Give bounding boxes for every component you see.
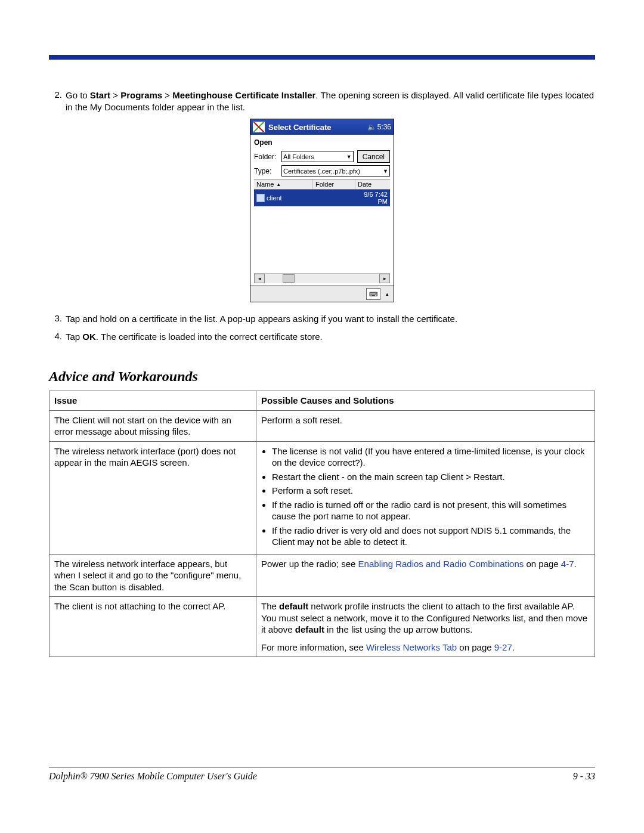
solution-para-2: For more information, see Wireless Netwo… xyxy=(261,642,590,654)
path-start: Start xyxy=(90,90,110,100)
page-footer: Dolphin® 7900 Series Mobile Computer Use… xyxy=(49,767,595,782)
sep: > xyxy=(162,90,172,100)
scroll-grip[interactable] xyxy=(283,274,295,283)
sep: > xyxy=(110,90,120,100)
table-row: The Client will not start on the device … xyxy=(49,410,595,441)
grid-row-client[interactable]: client 9/6 7:42 PM xyxy=(254,190,390,206)
scroll-right-icon[interactable]: ▸ xyxy=(379,274,390,283)
text: The xyxy=(261,601,279,611)
th-issue: Issue xyxy=(49,391,256,411)
bold-default: default xyxy=(279,601,308,611)
header-rule xyxy=(49,55,595,60)
link-enabling-radios[interactable]: Enabling Radios and Radio Combinations xyxy=(358,559,524,569)
cancel-button[interactable]: Cancel xyxy=(357,150,390,163)
row-folder xyxy=(312,190,354,206)
solution-cell: The default network profile instructs th… xyxy=(256,597,595,657)
text: . xyxy=(574,559,577,569)
row-date: 9/6 7:42 PM xyxy=(354,190,390,206)
open-label: Open xyxy=(254,138,390,147)
col-name-label: Name xyxy=(256,181,274,188)
section-heading: Advice and Workarounds xyxy=(49,368,595,385)
row-name: client xyxy=(267,194,282,202)
table-row: The wireless network interface appears, … xyxy=(49,554,595,597)
col-folder[interactable]: Folder xyxy=(313,179,355,189)
text: . xyxy=(512,642,515,652)
sort-asc-icon: ▲ xyxy=(276,182,281,187)
grid-body: client 9/6 7:42 PM xyxy=(254,190,390,273)
windows-flag-icon xyxy=(253,122,265,132)
table-header-row: Issue Possible Causes and Solutions xyxy=(49,391,595,411)
wm-footer: ⌨ ▴ xyxy=(250,286,394,302)
bold-default: default xyxy=(295,624,324,634)
step-3: 3. Tap and hold on a certificate in the … xyxy=(49,313,595,325)
solution-para-1: The default network profile instructs th… xyxy=(261,600,590,636)
menu-up-icon[interactable]: ▴ xyxy=(383,289,391,299)
step-body: Tap and hold on a certificate in the lis… xyxy=(66,313,595,325)
link-page-4-7[interactable]: 4-7 xyxy=(561,559,574,569)
folder-value: All Folders xyxy=(283,153,314,160)
link-page-9-27[interactable]: 9-27 xyxy=(494,642,512,652)
solution-cell: The license is not valid (If you have en… xyxy=(256,441,595,554)
type-value: Certificates (.cer;.p7b;.pfx) xyxy=(283,168,360,175)
wm-titlebar: Select Certificate 5:36 xyxy=(250,119,394,135)
col-date[interactable]: Date xyxy=(355,179,390,189)
step-2: 2. Go to Start > Programs > Meetinghouse… xyxy=(49,89,595,113)
chevron-down-icon: ▼ xyxy=(346,154,352,160)
text: on page xyxy=(457,642,494,652)
step-number: 4. xyxy=(49,331,62,343)
th-solutions: Possible Causes and Solutions xyxy=(256,391,595,411)
issues-table: Issue Possible Causes and Solutions The … xyxy=(49,391,595,657)
scroll-track[interactable] xyxy=(265,274,379,283)
issue-cell: The wireless network interface (port) do… xyxy=(49,441,256,554)
col-name[interactable]: Name ▲ xyxy=(254,179,313,189)
type-combo[interactable]: Certificates (.cer;.p7b;.pfx) ▼ xyxy=(281,165,390,176)
figure-select-certificate: Select Certificate 5:36 Open Folder: All… xyxy=(49,119,595,302)
speaker-icon xyxy=(367,123,377,131)
step-body: Tap OK. The certificate is loaded into t… xyxy=(66,331,595,343)
text: in the list using the up arrow buttons. xyxy=(324,624,472,634)
issue-cell: The client is not attaching to the corre… xyxy=(49,597,256,657)
list-item: Restart the client - on the main screen … xyxy=(272,471,590,483)
list-item: Perform a soft reset. xyxy=(272,485,590,497)
footer-title: Dolphin® 7900 Series Mobile Computer Use… xyxy=(49,771,257,782)
wm-title: Select Certificate xyxy=(268,123,367,132)
solution-list: The license is not valid (If you have en… xyxy=(261,445,590,548)
list-item: The license is not valid (If you have en… xyxy=(272,445,590,469)
step-number: 2. xyxy=(49,89,62,113)
type-row: Type: Certificates (.cer;.p7b;.pfx) ▼ xyxy=(254,165,390,176)
text: . The certificate is loaded into the cor… xyxy=(96,332,323,342)
horizontal-scrollbar[interactable]: ◂ ▸ xyxy=(254,273,390,283)
text: Tap xyxy=(66,332,82,342)
step-number: 3. xyxy=(49,313,62,325)
step-body: Go to Start > Programs > Meetinghouse Ce… xyxy=(66,89,595,113)
page-content: 2. Go to Start > Programs > Meetinghouse… xyxy=(49,55,595,657)
folder-row: Folder: All Folders ▼ Cancel xyxy=(254,150,390,163)
text: Power up the radio; see xyxy=(261,559,358,569)
list-item: If the radio is turned off or the radio … xyxy=(272,499,590,522)
text: Go to xyxy=(66,90,90,100)
type-label: Type: xyxy=(254,167,281,175)
scroll-left-icon[interactable]: ◂ xyxy=(254,274,265,283)
folder-combo[interactable]: All Folders ▼ xyxy=(281,151,354,162)
ok-bold: OK xyxy=(82,332,96,342)
wm-dialog: Select Certificate 5:36 Open Folder: All… xyxy=(250,119,394,302)
step-4: 4. Tap OK. The certificate is loaded int… xyxy=(49,331,595,343)
path-installer: Meetinghouse Certificate Installer xyxy=(172,90,315,100)
table-row: The wireless network interface (port) do… xyxy=(49,441,595,554)
solution-cell: Perform a soft reset. xyxy=(256,410,595,441)
keyboard-icon[interactable]: ⌨ xyxy=(366,288,380,300)
issue-cell: The wireless network interface appears, … xyxy=(49,554,256,597)
file-icon xyxy=(256,194,265,202)
link-wireless-networks-tab[interactable]: Wireless Networks Tab xyxy=(366,642,457,652)
footer-page-number: 9 - 33 xyxy=(573,771,595,782)
folder-label: Folder: xyxy=(254,153,281,161)
chevron-down-icon: ▼ xyxy=(383,168,388,174)
text: on page xyxy=(524,559,561,569)
path-programs: Programs xyxy=(120,90,162,100)
list-item: If the radio driver is very old and does… xyxy=(272,525,590,548)
grid-header: Name ▲ Folder Date xyxy=(254,179,390,190)
table-row: The client is not attaching to the corre… xyxy=(49,597,595,657)
issue-cell: The Client will not start on the device … xyxy=(49,410,256,441)
wm-body: Open Folder: All Folders ▼ Cancel Type: … xyxy=(250,135,394,286)
solution-cell: Power up the radio; see Enabling Radios … xyxy=(256,554,595,597)
